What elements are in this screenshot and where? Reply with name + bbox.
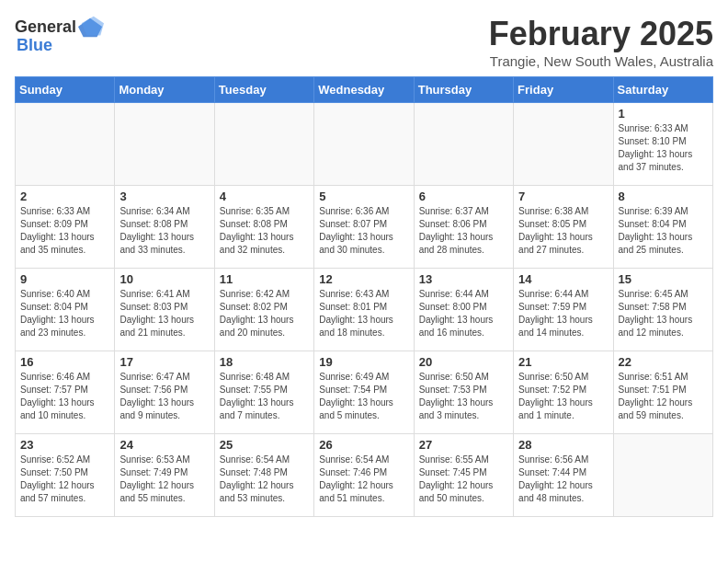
calendar-cell xyxy=(314,103,414,186)
day-info: Sunrise: 6:44 AM Sunset: 8:00 PM Dayligh… xyxy=(419,288,508,339)
day-info: Sunrise: 6:52 AM Sunset: 7:50 PM Dayligh… xyxy=(20,454,109,505)
day-number: 9 xyxy=(20,272,109,286)
day-info: Sunrise: 6:36 AM Sunset: 8:07 PM Dayligh… xyxy=(319,205,408,257)
calendar-cell xyxy=(115,103,214,186)
calendar-cell: 22Sunrise: 6:51 AM Sunset: 7:51 PM Dayli… xyxy=(613,351,712,434)
day-header-wednesday: Wednesday xyxy=(314,77,414,103)
day-number: 24 xyxy=(119,438,209,452)
day-info: Sunrise: 6:33 AM Sunset: 8:10 PM Dayligh… xyxy=(619,122,708,174)
calendar-cell: 3Sunrise: 6:34 AM Sunset: 8:08 PM Daylig… xyxy=(115,186,214,269)
calendar-cell: 26Sunrise: 6:54 AM Sunset: 7:46 PM Dayli… xyxy=(314,434,414,517)
calendar-cell xyxy=(414,103,513,186)
logo-blue: Blue xyxy=(17,37,104,55)
week-row-1: 1Sunrise: 6:33 AM Sunset: 8:10 PM Daylig… xyxy=(16,103,713,186)
calendar-cell: 11Sunrise: 6:42 AM Sunset: 8:02 PM Dayli… xyxy=(214,269,313,351)
day-number: 28 xyxy=(518,438,608,452)
day-number: 16 xyxy=(20,355,109,369)
day-number: 2 xyxy=(20,190,109,203)
day-number: 22 xyxy=(619,355,708,369)
day-number: 5 xyxy=(319,190,408,203)
day-number: 20 xyxy=(419,355,508,369)
day-info: Sunrise: 6:55 AM Sunset: 7:45 PM Dayligh… xyxy=(419,454,508,505)
day-info: Sunrise: 6:35 AM Sunset: 8:08 PM Dayligh… xyxy=(220,205,309,257)
day-header-friday: Friday xyxy=(514,77,613,103)
calendar-cell: 23Sunrise: 6:52 AM Sunset: 7:50 PM Dayli… xyxy=(16,434,115,517)
calendar-cell: 17Sunrise: 6:47 AM Sunset: 7:56 PM Dayli… xyxy=(115,351,214,434)
calendar-cell: 27Sunrise: 6:55 AM Sunset: 7:45 PM Dayli… xyxy=(414,434,513,517)
calendar-cell: 13Sunrise: 6:44 AM Sunset: 8:00 PM Dayli… xyxy=(414,269,513,351)
day-number: 1 xyxy=(619,107,708,121)
calendar-cell: 6Sunrise: 6:37 AM Sunset: 8:06 PM Daylig… xyxy=(414,186,513,269)
day-header-sunday: Sunday xyxy=(16,77,115,103)
page-header: General Blue February 2025 Trangie, New … xyxy=(15,15,713,69)
day-number: 21 xyxy=(518,355,608,369)
calendar-cell: 19Sunrise: 6:49 AM Sunset: 7:54 PM Dayli… xyxy=(314,351,414,434)
day-info: Sunrise: 6:42 AM Sunset: 8:02 PM Dayligh… xyxy=(220,288,309,339)
day-info: Sunrise: 6:34 AM Sunset: 8:08 PM Dayligh… xyxy=(119,205,209,257)
day-info: Sunrise: 6:41 AM Sunset: 8:03 PM Dayligh… xyxy=(119,288,209,339)
day-header-saturday: Saturday xyxy=(613,77,712,103)
calendar-table: SundayMondayTuesdayWednesdayThursdayFrid… xyxy=(15,76,713,517)
calendar-cell: 9Sunrise: 6:40 AM Sunset: 8:04 PM Daylig… xyxy=(16,269,115,351)
day-number: 17 xyxy=(119,355,209,369)
logo: General Blue xyxy=(15,15,104,55)
day-info: Sunrise: 6:37 AM Sunset: 8:06 PM Dayligh… xyxy=(419,205,508,257)
day-info: Sunrise: 6:39 AM Sunset: 8:04 PM Dayligh… xyxy=(619,205,708,257)
calendar-cell: 5Sunrise: 6:36 AM Sunset: 8:07 PM Daylig… xyxy=(314,186,414,269)
day-number: 3 xyxy=(119,190,209,203)
day-number: 15 xyxy=(619,272,708,286)
calendar-cell: 7Sunrise: 6:38 AM Sunset: 8:05 PM Daylig… xyxy=(514,186,613,269)
day-info: Sunrise: 6:40 AM Sunset: 8:04 PM Dayligh… xyxy=(20,288,109,339)
day-number: 25 xyxy=(220,438,309,452)
calendar-cell xyxy=(214,103,313,186)
day-info: Sunrise: 6:50 AM Sunset: 7:53 PM Dayligh… xyxy=(419,371,508,422)
day-header-tuesday: Tuesday xyxy=(214,77,313,103)
day-info: Sunrise: 6:47 AM Sunset: 7:56 PM Dayligh… xyxy=(119,371,209,422)
day-info: Sunrise: 6:50 AM Sunset: 7:52 PM Dayligh… xyxy=(518,371,608,422)
logo-general: General xyxy=(15,18,76,37)
day-info: Sunrise: 6:33 AM Sunset: 8:09 PM Dayligh… xyxy=(20,205,109,257)
calendar-header-row: SundayMondayTuesdayWednesdayThursdayFrid… xyxy=(16,77,713,103)
calendar-cell xyxy=(16,103,115,186)
week-row-5: 23Sunrise: 6:52 AM Sunset: 7:50 PM Dayli… xyxy=(16,434,713,517)
calendar-cell: 21Sunrise: 6:50 AM Sunset: 7:52 PM Dayli… xyxy=(514,351,613,434)
day-number: 14 xyxy=(518,272,608,286)
location-title: Trangie, New South Wales, Australia xyxy=(489,53,713,69)
day-number: 26 xyxy=(319,438,408,452)
calendar-cell: 20Sunrise: 6:50 AM Sunset: 7:53 PM Dayli… xyxy=(414,351,513,434)
week-row-2: 2Sunrise: 6:33 AM Sunset: 8:09 PM Daylig… xyxy=(16,186,713,269)
calendar-cell: 4Sunrise: 6:35 AM Sunset: 8:08 PM Daylig… xyxy=(214,186,313,269)
calendar-cell: 8Sunrise: 6:39 AM Sunset: 8:04 PM Daylig… xyxy=(613,186,712,269)
day-number: 10 xyxy=(119,272,209,286)
day-info: Sunrise: 6:54 AM Sunset: 7:46 PM Dayligh… xyxy=(319,454,408,505)
month-title: February 2025 xyxy=(489,15,713,53)
calendar-cell: 25Sunrise: 6:54 AM Sunset: 7:48 PM Dayli… xyxy=(214,434,313,517)
day-number: 7 xyxy=(518,190,608,203)
day-number: 19 xyxy=(319,355,408,369)
calendar-cell: 24Sunrise: 6:53 AM Sunset: 7:49 PM Dayli… xyxy=(115,434,214,517)
day-info: Sunrise: 6:56 AM Sunset: 7:44 PM Dayligh… xyxy=(518,454,608,505)
day-number: 23 xyxy=(20,438,109,452)
calendar-cell: 15Sunrise: 6:45 AM Sunset: 7:58 PM Dayli… xyxy=(613,269,712,351)
week-row-4: 16Sunrise: 6:46 AM Sunset: 7:57 PM Dayli… xyxy=(16,351,713,434)
day-header-thursday: Thursday xyxy=(414,77,513,103)
day-header-monday: Monday xyxy=(115,77,214,103)
calendar-cell xyxy=(514,103,613,186)
calendar-cell: 18Sunrise: 6:48 AM Sunset: 7:55 PM Dayli… xyxy=(214,351,313,434)
day-number: 6 xyxy=(419,190,508,203)
day-info: Sunrise: 6:46 AM Sunset: 7:57 PM Dayligh… xyxy=(20,371,109,422)
day-info: Sunrise: 6:48 AM Sunset: 7:55 PM Dayligh… xyxy=(220,371,309,422)
day-info: Sunrise: 6:53 AM Sunset: 7:49 PM Dayligh… xyxy=(119,454,209,505)
calendar-cell xyxy=(613,434,712,517)
day-number: 13 xyxy=(419,272,508,286)
calendar-cell: 14Sunrise: 6:44 AM Sunset: 7:59 PM Dayli… xyxy=(514,269,613,351)
calendar-cell: 2Sunrise: 6:33 AM Sunset: 8:09 PM Daylig… xyxy=(16,186,115,269)
day-info: Sunrise: 6:49 AM Sunset: 7:54 PM Dayligh… xyxy=(319,371,408,422)
day-number: 8 xyxy=(619,190,708,203)
day-number: 11 xyxy=(220,272,309,286)
week-row-3: 9Sunrise: 6:40 AM Sunset: 8:04 PM Daylig… xyxy=(16,269,713,351)
day-info: Sunrise: 6:43 AM Sunset: 8:01 PM Dayligh… xyxy=(319,288,408,339)
day-info: Sunrise: 6:45 AM Sunset: 7:58 PM Dayligh… xyxy=(619,288,708,339)
day-info: Sunrise: 6:54 AM Sunset: 7:48 PM Dayligh… xyxy=(220,454,309,505)
day-number: 12 xyxy=(319,272,408,286)
